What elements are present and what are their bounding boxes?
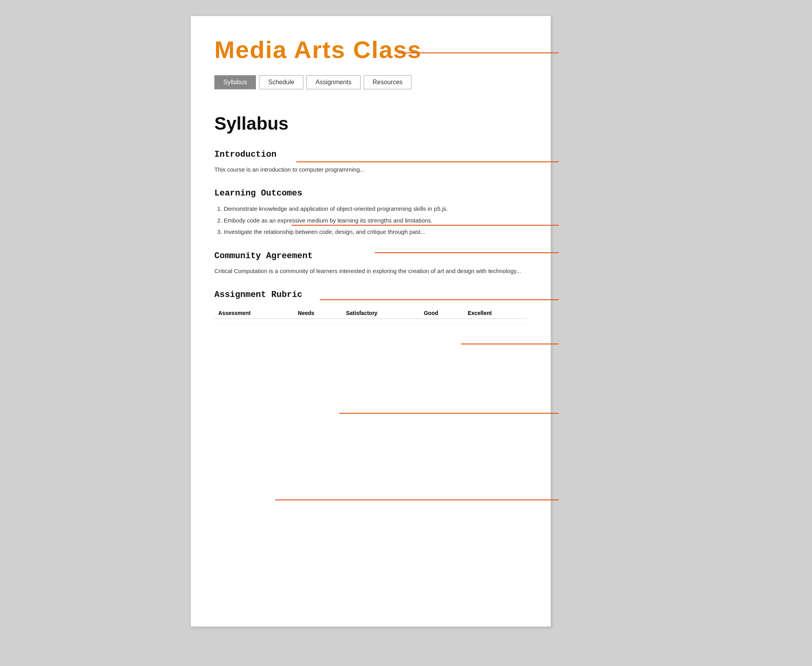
- tab-schedule[interactable]: Schedule: [259, 75, 303, 89]
- rubric-col-excellent: Excellent: [464, 308, 527, 319]
- nav-tabs: Syllabus Schedule Assignments Resources: [214, 75, 527, 89]
- rubric-col-assessment: Assessment: [214, 308, 294, 319]
- tab-assignments[interactable]: Assignments: [306, 75, 361, 89]
- list-item: Demonstrate knowledge and application of…: [224, 204, 527, 214]
- table-cell: [294, 319, 342, 324]
- rubric-col-needs: Needs: [294, 308, 342, 319]
- page-wrapper: Media Arts Class Syllabus Schedule Assig…: [190, 16, 622, 627]
- table-cell: [342, 319, 420, 324]
- rubric-col-satisfactory: Satisfactory: [342, 308, 420, 319]
- table-cell: [464, 319, 527, 324]
- list-item: Embody code as an expressive medium by l…: [224, 215, 527, 226]
- section-title-syllabus: Syllabus: [214, 113, 527, 134]
- rubric-table: Assessment Needs Satisfactory Good Excel…: [214, 308, 527, 324]
- tab-resources[interactable]: Resources: [364, 75, 411, 89]
- main-card: Media Arts Class Syllabus Schedule Assig…: [190, 16, 551, 627]
- table-cell: [214, 319, 294, 324]
- heading-introduction: Introduction: [214, 150, 527, 159]
- learning-outcomes-list: Demonstrate knowledge and application of…: [224, 204, 527, 237]
- list-item: Investigate the relationship between cod…: [224, 227, 527, 237]
- tab-syllabus[interactable]: Syllabus: [214, 75, 256, 89]
- community-paragraph: Critical Computation is a community of l…: [214, 266, 527, 276]
- table-cell: [420, 319, 464, 324]
- intro-paragraph: This course is an introduction to comput…: [214, 165, 527, 174]
- rubric-col-good: Good: [420, 308, 464, 319]
- heading-community-agreement: Community Agreement: [214, 251, 527, 261]
- heading-assignment-rubric: Assignment Rubric: [214, 290, 527, 300]
- heading-learning-outcomes: Learning Outcomes: [214, 188, 527, 198]
- page-title: Media Arts Class: [214, 36, 527, 63]
- table-row: [214, 319, 527, 324]
